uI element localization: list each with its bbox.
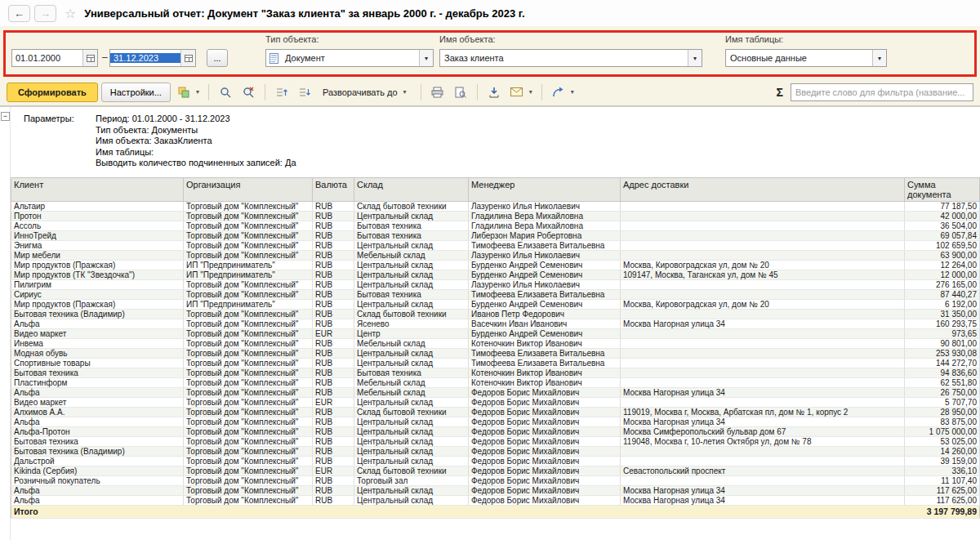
table-cell: Торговый дом "Комплексный" [184,387,313,397]
expand-to-button[interactable]: Разворачивать до ▾ [318,83,414,102]
search-button[interactable] [216,83,235,102]
save-result-button[interactable] [484,83,504,102]
column-header[interactable]: Адрес доставки [621,177,905,201]
table-cell: 77 187,50 [905,201,980,211]
table-cell: Москва Нагорная улица 34 [621,485,905,495]
table-row[interactable]: АльфаТорговый дом "Комплексный"RUBЦентра… [11,495,980,505]
column-header[interactable]: Сумма документа [905,177,980,201]
table-row[interactable]: ПластинформТорговый дом "Комплексный"RUB… [11,377,980,387]
date-from-input[interactable]: 01.01.2000 [11,49,98,67]
table-row[interactable]: Розничный покупательТорговый дом "Компле… [11,475,980,485]
table-name-select[interactable]: Основные данные ▾ [725,49,887,67]
table-cell: Центральный склад [354,446,469,456]
print-preview-button[interactable] [451,83,470,102]
total-row[interactable]: Итого 3 197 799,89 [11,505,980,518]
table-row[interactable]: АльфаТорговый дом "Комплексный"RUBМебель… [11,387,980,397]
table-row[interactable]: Спортивные товарыТорговый дом "Комплексн… [11,358,980,368]
date-to-input[interactable]: 31.12.2023 [109,49,196,67]
table-cell [621,328,905,338]
table-cell: Центр [354,328,469,338]
table-cell: Альфа [11,485,184,495]
table-cell: 119048, Москва г, 10-летия Октября ул, д… [621,436,905,446]
column-header[interactable]: Валюта [313,177,354,201]
chevron-down-icon[interactable]: ▾ [419,50,433,66]
table-row[interactable]: АссольТорговый дом "Комплексный"RUBБытов… [11,221,980,230]
table-cell [621,358,905,368]
table-row[interactable]: АльфаТорговый дом "Комплексный"RUBЦентра… [11,485,980,495]
object-type-select[interactable]: Документ ▾ [265,49,434,67]
chevron-down-icon[interactable]: ▾ [688,50,702,66]
table-cell: RUB [313,270,354,279]
group-collapse-toggle[interactable]: − [1,112,10,121]
column-header[interactable]: Организация [184,177,313,201]
table-row[interactable]: Альфа-ПротонТорговый дом "Комплексный"RU… [11,426,980,436]
table-cell: Центральный склад [354,456,469,466]
table-cell: Энигма [11,240,184,250]
table-row[interactable]: АльфаТорговый дом "Комплексный"RUBЯсенев… [11,319,980,328]
table-cell: 117 625,00 [905,485,980,495]
table-cell: Федоров Борис Михайлович [469,495,621,505]
table-row[interactable]: ПротонТорговый дом "Комплексный"RUBЦентр… [11,211,980,221]
table-cell: 26 750,00 [905,387,980,397]
chevron-down-icon[interactable]: ▾ [872,50,886,66]
table-row[interactable]: АльфаТорговый дом "Комплексный"RUBЦентра… [11,417,980,426]
table-row[interactable]: ИнноТрейдТорговый дом "Комплексный"RUBБы… [11,230,980,240]
print-button[interactable] [428,83,448,102]
table-cell: Мебельный склад [354,250,469,260]
table-row[interactable]: Алхимов А.А.Торговый дом "Комплексный"RU… [11,407,980,417]
table-row[interactable]: СириусТорговый дом "Комплексный"RUBБытов… [11,289,980,299]
generate-button[interactable]: Сформировать [7,83,98,102]
object-name-label: Имя объекта: [439,34,496,44]
table-row[interactable]: ИнвемаТорговый дом "Комплексный"RUBМебел… [11,338,980,348]
table-row[interactable]: АльтаирТорговый дом "Комплексный"RUBСкла… [11,201,980,211]
back-button[interactable]: ← [8,5,30,22]
table-cell: Бурденко Андрей Семенович [469,270,621,279]
table-row[interactable]: Бытовая техникаТорговый дом "Комплексный… [11,368,980,377]
table-cell: 109147, Москва, Таганская ул, дом № 45 [621,270,905,279]
table-row[interactable]: Мир продуктов (Пражская)ИП "Предпринимат… [11,299,980,309]
autosum-sigma-icon[interactable]: Σ [777,86,783,99]
table-name-label: Имя таблицы: [725,34,783,44]
table-cell: EUR [313,466,354,475]
curved-arrow-button[interactable]: ▾ [549,83,577,102]
date-from-picker-button[interactable] [82,50,97,66]
cancel-search-button[interactable] [238,83,258,102]
filter-input[interactable] [791,83,973,101]
object-name-select[interactable]: Заказ клиента ▾ [439,49,702,67]
report-variant-button[interactable]: ▾ [174,83,202,102]
table-row[interactable]: Бытовая техника (Владимир)Торговый дом "… [11,309,980,319]
table-row[interactable]: ПилигримТорговый дом "Комплексный"RUBЦен… [11,279,980,289]
email-button[interactable]: ▾ [507,83,535,102]
table-row[interactable]: ДальстройТорговый дом "Комплексный"RUBЦе… [11,456,980,466]
table-cell: Москва, Кировоградская ул, дом № 20 [621,299,905,309]
table-row[interactable]: ЭнигмаТорговый дом "Комплексный"RUBЦентр… [11,240,980,250]
period-more-button[interactable]: ... [207,49,228,67]
column-header[interactable]: Менеджер [469,177,621,201]
table-cell [621,475,905,485]
column-header[interactable]: Склад [354,177,469,201]
table-row[interactable]: Мир продуктов (Пражская)ИП "Предпринимат… [11,260,980,270]
table-row[interactable]: Мир продуктов (ТК "Звездочка")ИП "Предпр… [11,270,980,279]
table-row[interactable]: Kikinda (Сербия)Торговый дом "Комплексны… [11,466,980,475]
table-cell: ИП "Предприниматель" [184,260,313,270]
table-cell [621,201,905,211]
favorite-star-icon[interactable]: ☆ [65,6,76,21]
collapse-groups-button[interactable] [272,83,292,102]
chevron-down-icon: ▾ [568,88,577,96]
settings-button[interactable]: Настройки... [101,83,171,102]
page-title: Универсальный отчет: Документ "Заказ кли… [84,7,524,20]
table-row[interactable]: Мир мебелиТорговый дом "Комплексный"RUBМ… [11,250,980,260]
expand-groups-button[interactable] [295,83,314,102]
table-row[interactable]: Модная обувьТорговый дом "Комплексный"RU… [11,348,980,358]
table-cell: Бытовая техника (Владимир) [11,309,184,319]
date-to-picker-button[interactable] [180,50,195,66]
table-cell: 253 930,08 [905,348,980,358]
table-cell: Либерзон Мария Робертовна [469,230,621,240]
column-header[interactable]: Клиент [11,177,184,201]
table-row[interactable]: Бытовая техникаТорговый дом "Комплексный… [11,436,980,446]
table-row[interactable]: Бытовая техника (Владимир)Торговый дом "… [11,446,980,456]
table-row[interactable]: Видео маркетТорговый дом "Комплексный"EU… [11,328,980,338]
table-cell: 1 075 000,00 [905,426,980,436]
forward-button[interactable]: → [34,5,56,22]
table-row[interactable]: Видео маркетТорговый дом "Комплексный"EU… [11,397,980,407]
